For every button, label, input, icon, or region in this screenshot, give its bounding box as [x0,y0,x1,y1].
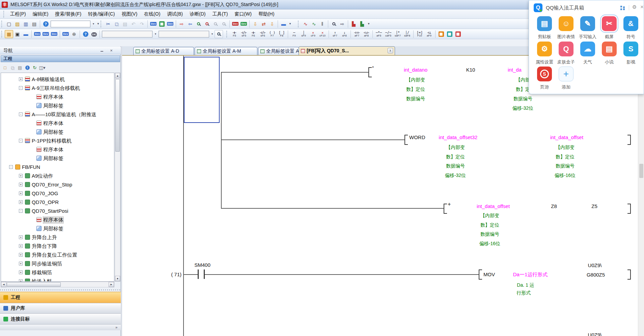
menu-item-8[interactable]: 工具(T) [209,10,231,18]
expand-plus-icon[interactable]: + [19,279,23,282]
expand-plus-icon[interactable]: + [19,174,23,178]
tree-item[interactable]: -QD70_StartPosi [1,207,114,215]
menu-item-6[interactable]: 调试(B) [164,10,186,18]
trend-graph-red[interactable]: ▙ [349,20,358,28]
collapse-minus-icon[interactable]: - [19,86,23,90]
write-to-plc[interactable]: ⇨ [177,20,186,28]
rising-pulse[interactable]: ↑sF7 [330,29,340,38]
tree-item[interactable]: +同步输送铜箔 [1,259,114,268]
皮肤盒子-icon[interactable]: Q [559,42,573,56]
operand-u0z9-prefix[interactable]: U0Z9\ [588,262,602,268]
tab-active-3[interactable]: [FB]写入 QD70_S...x [299,46,395,55]
device-comment[interactable]: Dev [149,20,158,28]
tree-item[interactable]: -P-1PP拉料移载机 [1,136,114,145]
天气-icon[interactable]: ☁ [580,42,595,56]
display-target[interactable]: ⊕ [70,30,78,38]
device-batch[interactable]: Dev [166,20,174,28]
sort-filter[interactable]: ◫▾ [38,64,46,71]
menu-item-10[interactable]: 帮助(H) [255,10,278,18]
close-icon[interactable]: × [109,48,114,53]
属性设置-icon[interactable]: ⚙ [537,42,552,56]
paste-item[interactable]: ▤ [16,64,24,71]
pulse-invert[interactable]: │/saF8 [402,29,412,38]
apps-grid-icon[interactable] [620,6,625,10]
coil[interactable]: ( )F7 [268,29,277,38]
tree-item[interactable]: 局部标签 [1,128,114,136]
expand-plus-icon[interactable]: + [19,183,23,186]
settings-gear-icon[interactable]: ⚙ [632,4,637,10]
trend-graph-green[interactable]: ▙ [358,20,366,28]
toolbox-app-5[interactable]: ⚙属性设置 [534,42,555,65]
operand-int-data-offset[interactable]: int_data_offset [550,134,583,140]
copy-item[interactable]: □ [9,64,16,71]
tree-item[interactable]: +升降台复位工作位置 [1,251,114,259]
rising-pulse-branch[interactable]: ⊣↑⊢aF7 [352,29,362,38]
comment-display[interactable]: Dev [33,30,41,38]
expand-plus-icon[interactable]: + [19,244,23,248]
menu-item-7[interactable]: 诊断(D) [186,10,209,18]
剪贴板-icon[interactable]: ▤ [537,16,552,31]
panel-splitter-handle[interactable] [0,288,121,292]
operand-k10[interactable]: K10 [466,67,475,73]
vertical-line[interactable]: │sF9 [299,29,308,38]
edge-relay[interactable]: ⊣⊥aF9 [424,29,434,38]
falling-pulse[interactable]: ↓sF8 [340,29,349,38]
pin-icon[interactable] [101,48,107,53]
tree-item[interactable]: -A-9三联吊组合移载机 [1,84,114,93]
tree-item[interactable]: 程序本体 [1,93,114,101]
new-project[interactable]: ▢ [5,20,13,28]
collapse-minus-icon[interactable]: - [19,139,23,143]
tree-item[interactable]: +升降台上升 [1,233,114,242]
pulse-conversion[interactable]: │*saF7 [393,29,402,38]
menu-item-3[interactable]: 转换/编译(C) [85,10,118,18]
quick-find-combo[interactable] [51,21,90,27]
tree-item[interactable]: 程序本体 [1,145,114,154]
combo-dropdown-icon[interactable]: ▼ [210,30,215,38]
verify-with-plc[interactable] [194,20,203,28]
ladder-edit-mode[interactable]: ▦ [445,30,454,38]
remote-operation[interactable] [203,20,211,28]
tree-item[interactable]: +QD70_OPR [1,198,114,207]
tab-2[interactable]: 全局标签设置 A-J [258,47,299,55]
expand-plus-icon[interactable]: + [19,200,23,204]
tree-item[interactable]: 局部标签 [1,101,114,110]
sampling-trace-red[interactable]: ∿ [301,20,310,28]
toolbox-app-9[interactable]: S影视 [621,42,641,65]
save-project[interactable]: ▥ [22,20,30,28]
cut[interactable]: ✂ [104,20,112,28]
tree-item[interactable]: 程序本体 [1,119,114,128]
menu-item-0[interactable]: 工程(P) [7,10,29,18]
ladder-cursor[interactable] [184,57,220,123]
read-mode[interactable]: ▦ [454,30,462,38]
手写输入-icon[interactable]: ✎ [580,16,595,31]
output-window[interactable]: ▬ [22,30,30,38]
toolbox-app-11[interactable]: +添加 [556,67,576,90]
operand-int-data-offset-r3[interactable]: int_data_offset [477,203,510,209]
toolbox-app-7[interactable]: ☁天气 [578,42,598,65]
toolbox-app-3[interactable]: ✂截屏 [599,16,619,40]
tree-scrollbar-thumb[interactable] [115,79,120,152]
open-branch[interactable]: ⊣⊢F6 [249,29,258,38]
tree-item[interactable]: +升降台下降 [1,242,114,251]
view-button-connection-destination[interactable]: 连接目标 [0,313,121,324]
menu-item-5[interactable]: 在线(O) [141,10,164,18]
trace-transfer[interactable]: ⇨ [338,20,346,28]
word-instruction[interactable]: WORD [409,134,425,140]
toolbox-app-1[interactable]: ☺图片表情 [556,16,576,40]
expand-plus-icon[interactable]: + [19,262,23,265]
help[interactable]: ? [41,20,50,28]
operand-u0z9-partial[interactable]: U0Z9\ [588,332,602,336]
tab-0[interactable]: 全局标签设置 A-D [133,47,194,55]
tree-item[interactable]: 局部标签 [1,154,114,163]
operand-int-data-offset32[interactable]: int_data_offset32 [439,134,478,140]
toolbox-close-icon[interactable]: × [640,4,644,10]
cross-reference[interactable] [90,30,98,38]
添加-icon[interactable]: + [559,67,573,81]
device-display-red[interactable]: Dev [231,20,240,28]
tree-item[interactable]: 程序本体 [1,215,114,224]
menu-item-2[interactable]: 搜索/替换(F) [52,10,85,18]
页游-icon[interactable]: S [537,67,552,81]
expand-plus-icon[interactable]: + [19,253,23,257]
device-display-green[interactable]: Dev [240,20,248,28]
ladder-canvas[interactable]: * int_datano K10 int_da 【内部变 数】定位 数据编号 【… [122,56,644,336]
